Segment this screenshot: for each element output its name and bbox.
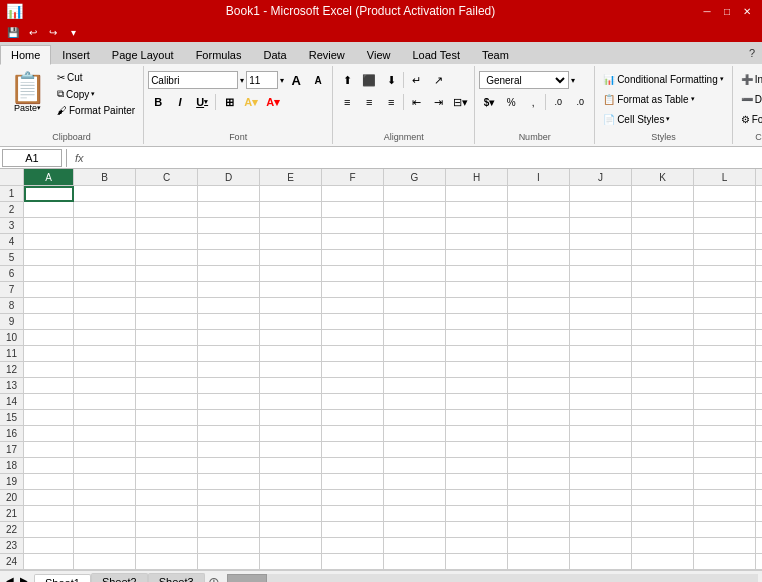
cell-c6[interactable]	[136, 266, 198, 282]
cell-m15[interactable]	[756, 410, 762, 426]
cell-m24[interactable]	[756, 554, 762, 570]
cell-f15[interactable]	[322, 410, 384, 426]
cell-a23[interactable]	[24, 538, 74, 554]
col-header-h[interactable]: H	[446, 169, 508, 185]
cell-e3[interactable]	[260, 218, 322, 234]
percent-button[interactable]: %	[501, 93, 521, 111]
col-header-g[interactable]: G	[384, 169, 446, 185]
tab-home[interactable]: Home	[0, 45, 51, 65]
col-header-c[interactable]: C	[136, 169, 198, 185]
cell-a3[interactable]	[24, 218, 74, 234]
cell-f18[interactable]	[322, 458, 384, 474]
corner-cell[interactable]	[0, 169, 24, 185]
cell-e24[interactable]	[260, 554, 322, 570]
format-painter-button[interactable]: 🖌 Format Painter	[53, 103, 139, 118]
cell-m22[interactable]	[756, 522, 762, 538]
align-right-button[interactable]: ≡	[381, 93, 401, 111]
cell-m18[interactable]	[756, 458, 762, 474]
cell-i16[interactable]	[508, 426, 570, 442]
cell-i13[interactable]	[508, 378, 570, 394]
cell-c12[interactable]	[136, 362, 198, 378]
cell-j17[interactable]	[570, 442, 632, 458]
cell-c14[interactable]	[136, 394, 198, 410]
cell-e1[interactable]	[260, 186, 322, 202]
cell-f19[interactable]	[322, 474, 384, 490]
cell-i23[interactable]	[508, 538, 570, 554]
row-header-14[interactable]: 14	[0, 394, 24, 410]
cell-g10[interactable]	[384, 330, 446, 346]
cell-g21[interactable]	[384, 506, 446, 522]
cell-g24[interactable]	[384, 554, 446, 570]
row-header-6[interactable]: 6	[0, 266, 24, 282]
tab-insert[interactable]: Insert	[51, 44, 101, 64]
cell-g13[interactable]	[384, 378, 446, 394]
cell-f10[interactable]	[322, 330, 384, 346]
cell-a24[interactable]	[24, 554, 74, 570]
cell-b13[interactable]	[74, 378, 136, 394]
cell-b5[interactable]	[74, 250, 136, 266]
row-header-2[interactable]: 2	[0, 202, 24, 218]
cell-h22[interactable]	[446, 522, 508, 538]
cell-f4[interactable]	[322, 234, 384, 250]
sheet-next-button[interactable]: ▶	[18, 575, 30, 582]
row-header-16[interactable]: 16	[0, 426, 24, 442]
cell-e11[interactable]	[260, 346, 322, 362]
cell-b8[interactable]	[74, 298, 136, 314]
cell-d4[interactable]	[198, 234, 260, 250]
cell-d1[interactable]	[198, 186, 260, 202]
cell-h23[interactable]	[446, 538, 508, 554]
cell-f22[interactable]	[322, 522, 384, 538]
cell-l5[interactable]	[694, 250, 756, 266]
cell-h10[interactable]	[446, 330, 508, 346]
cell-c7[interactable]	[136, 282, 198, 298]
cell-l10[interactable]	[694, 330, 756, 346]
cell-a2[interactable]	[24, 202, 74, 218]
cell-l14[interactable]	[694, 394, 756, 410]
cell-b24[interactable]	[74, 554, 136, 570]
cell-d24[interactable]	[198, 554, 260, 570]
italic-button[interactable]: I	[170, 93, 190, 111]
cell-m16[interactable]	[756, 426, 762, 442]
cell-b22[interactable]	[74, 522, 136, 538]
decrease-decimal-button[interactable]: .0	[570, 93, 590, 111]
cell-g20[interactable]	[384, 490, 446, 506]
cell-i24[interactable]	[508, 554, 570, 570]
cell-g7[interactable]	[384, 282, 446, 298]
cell-l20[interactable]	[694, 490, 756, 506]
cell-c10[interactable]	[136, 330, 198, 346]
copy-button[interactable]: ⧉ Copy ▾	[53, 86, 139, 102]
cell-j12[interactable]	[570, 362, 632, 378]
number-format-dropdown[interactable]: ▾	[571, 76, 575, 85]
col-header-d[interactable]: D	[198, 169, 260, 185]
cell-k15[interactable]	[632, 410, 694, 426]
cell-k13[interactable]	[632, 378, 694, 394]
cell-h7[interactable]	[446, 282, 508, 298]
align-bottom-button[interactable]: ⬇	[381, 71, 401, 89]
cell-b17[interactable]	[74, 442, 136, 458]
cell-h4[interactable]	[446, 234, 508, 250]
tab-load-test[interactable]: Load Test	[401, 44, 471, 64]
cell-styles-button[interactable]: 📄 Cell Styles ▾	[599, 110, 728, 128]
delete-cells-button[interactable]: ➖ Delete ▾	[737, 90, 762, 108]
cell-g14[interactable]	[384, 394, 446, 410]
cell-h20[interactable]	[446, 490, 508, 506]
align-center-button[interactable]: ≡	[359, 93, 379, 111]
cell-l21[interactable]	[694, 506, 756, 522]
cell-l15[interactable]	[694, 410, 756, 426]
cell-g12[interactable]	[384, 362, 446, 378]
cell-d9[interactable]	[198, 314, 260, 330]
cell-a17[interactable]	[24, 442, 74, 458]
font-color-button[interactable]: A▾	[263, 93, 283, 111]
cell-g5[interactable]	[384, 250, 446, 266]
cell-d13[interactable]	[198, 378, 260, 394]
tab-formulas[interactable]: Formulas	[185, 44, 253, 64]
cell-k16[interactable]	[632, 426, 694, 442]
row-header-19[interactable]: 19	[0, 474, 24, 490]
cell-d20[interactable]	[198, 490, 260, 506]
cell-f5[interactable]	[322, 250, 384, 266]
cell-e22[interactable]	[260, 522, 322, 538]
cell-g6[interactable]	[384, 266, 446, 282]
sheet-prev-button[interactable]: ◀	[4, 575, 16, 582]
cell-e13[interactable]	[260, 378, 322, 394]
cell-c19[interactable]	[136, 474, 198, 490]
